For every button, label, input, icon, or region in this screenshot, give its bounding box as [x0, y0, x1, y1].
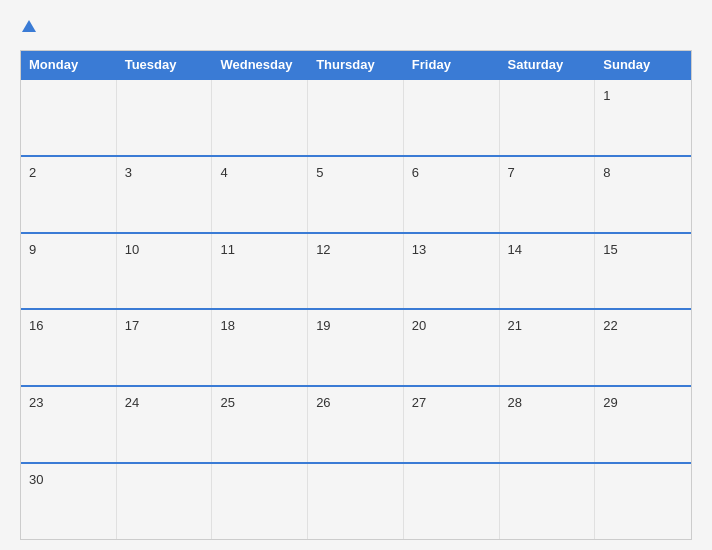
day-number: 15 — [603, 242, 617, 257]
calendar-cell: 20 — [404, 310, 500, 385]
day-number: 9 — [29, 242, 36, 257]
calendar-row: 1 — [21, 78, 691, 155]
page-header — [20, 18, 692, 36]
day-number: 11 — [220, 242, 234, 257]
calendar-cell — [212, 464, 308, 539]
day-number: 17 — [125, 318, 139, 333]
calendar-grid: MondayTuesdayWednesdayThursdayFridaySatu… — [20, 50, 692, 540]
day-number: 1 — [603, 88, 610, 103]
day-number: 23 — [29, 395, 43, 410]
calendar-cell: 10 — [117, 234, 213, 309]
calendar-cell: 7 — [500, 157, 596, 232]
calendar-cell: 19 — [308, 310, 404, 385]
calendar-row: 30 — [21, 462, 691, 539]
calendar-cell: 6 — [404, 157, 500, 232]
day-number: 8 — [603, 165, 610, 180]
calendar-cell: 30 — [21, 464, 117, 539]
calendar-cell: 27 — [404, 387, 500, 462]
calendar-cell: 17 — [117, 310, 213, 385]
calendar-cell: 28 — [500, 387, 596, 462]
day-number: 3 — [125, 165, 132, 180]
calendar-cell: 18 — [212, 310, 308, 385]
day-number: 7 — [508, 165, 515, 180]
calendar-cell — [404, 464, 500, 539]
calendar-cell: 1 — [595, 80, 691, 155]
day-number: 13 — [412, 242, 426, 257]
calendar-cell: 13 — [404, 234, 500, 309]
calendar-cell — [404, 80, 500, 155]
day-number: 2 — [29, 165, 36, 180]
header-day-thursday: Thursday — [308, 51, 404, 78]
calendar-cell: 21 — [500, 310, 596, 385]
day-number: 25 — [220, 395, 234, 410]
day-number: 18 — [220, 318, 234, 333]
calendar-cell: 2 — [21, 157, 117, 232]
calendar-cell: 23 — [21, 387, 117, 462]
day-number: 5 — [316, 165, 323, 180]
header-day-saturday: Saturday — [500, 51, 596, 78]
calendar-cell — [117, 80, 213, 155]
calendar-cell — [308, 80, 404, 155]
calendar-cell: 11 — [212, 234, 308, 309]
calendar-row: 2345678 — [21, 155, 691, 232]
calendar-page: MondayTuesdayWednesdayThursdayFridaySatu… — [0, 0, 712, 550]
calendar-cell — [117, 464, 213, 539]
day-number: 26 — [316, 395, 330, 410]
day-number: 16 — [29, 318, 43, 333]
day-number: 27 — [412, 395, 426, 410]
header-day-wednesday: Wednesday — [212, 51, 308, 78]
calendar-cell: 14 — [500, 234, 596, 309]
calendar-cell: 16 — [21, 310, 117, 385]
calendar-cell: 24 — [117, 387, 213, 462]
calendar-body: 1234567891011121314151617181920212223242… — [21, 78, 691, 539]
calendar-cell — [595, 464, 691, 539]
calendar-cell: 12 — [308, 234, 404, 309]
day-number: 4 — [220, 165, 227, 180]
header-day-tuesday: Tuesday — [117, 51, 213, 78]
logo — [20, 18, 40, 36]
calendar-cell: 4 — [212, 157, 308, 232]
day-number: 28 — [508, 395, 522, 410]
header-day-sunday: Sunday — [595, 51, 691, 78]
calendar-cell — [21, 80, 117, 155]
calendar-header: MondayTuesdayWednesdayThursdayFridaySatu… — [21, 51, 691, 78]
calendar-cell — [212, 80, 308, 155]
calendar-cell: 22 — [595, 310, 691, 385]
day-number: 29 — [603, 395, 617, 410]
day-number: 12 — [316, 242, 330, 257]
calendar-cell: 15 — [595, 234, 691, 309]
calendar-cell: 26 — [308, 387, 404, 462]
day-number: 21 — [508, 318, 522, 333]
day-number: 10 — [125, 242, 139, 257]
day-number: 19 — [316, 318, 330, 333]
calendar-cell: 5 — [308, 157, 404, 232]
calendar-cell: 3 — [117, 157, 213, 232]
day-number: 22 — [603, 318, 617, 333]
calendar-cell: 9 — [21, 234, 117, 309]
calendar-row: 23242526272829 — [21, 385, 691, 462]
calendar-row: 16171819202122 — [21, 308, 691, 385]
header-day-monday: Monday — [21, 51, 117, 78]
calendar-cell — [308, 464, 404, 539]
calendar-cell — [500, 80, 596, 155]
day-number: 20 — [412, 318, 426, 333]
day-number: 30 — [29, 472, 43, 487]
calendar-cell: 25 — [212, 387, 308, 462]
day-number: 6 — [412, 165, 419, 180]
calendar-row: 9101112131415 — [21, 232, 691, 309]
calendar-cell — [500, 464, 596, 539]
calendar-cell: 8 — [595, 157, 691, 232]
day-number: 24 — [125, 395, 139, 410]
calendar-cell: 29 — [595, 387, 691, 462]
logo-icon — [20, 18, 38, 36]
svg-marker-0 — [22, 20, 36, 32]
header-day-friday: Friday — [404, 51, 500, 78]
day-number: 14 — [508, 242, 522, 257]
